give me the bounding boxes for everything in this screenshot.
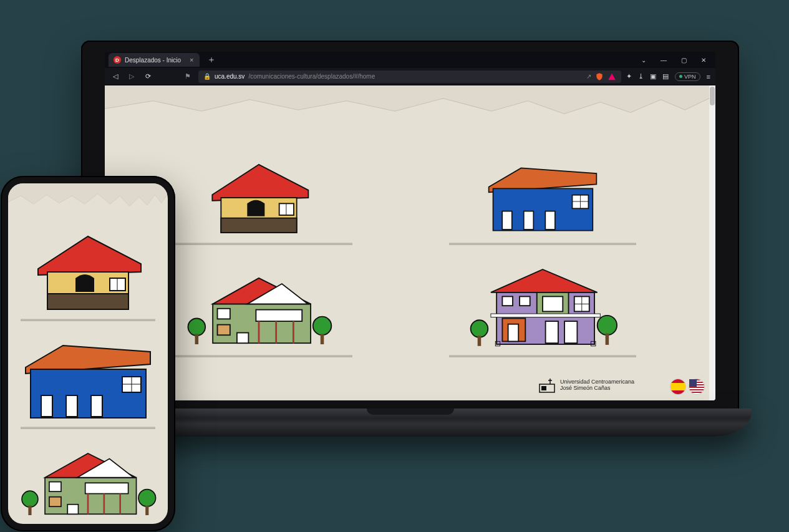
browser-tab-active[interactable]: D Desplazados - Inicio × (109, 53, 200, 67)
house-blue[interactable] (426, 142, 660, 241)
scrollbar-thumb[interactable] (710, 87, 715, 105)
window-close-button[interactable]: ✕ (694, 54, 713, 65)
divider (165, 355, 352, 357)
window-controls: ⌄ — ▢ ✕ (634, 54, 715, 65)
lock-icon: 🔒 (203, 73, 211, 80)
divider (21, 319, 155, 321)
house-purple[interactable] (426, 254, 660, 354)
language-switcher (670, 379, 704, 394)
university-logo[interactable]: Universidad Centroamericana José Simeón … (539, 377, 634, 393)
window-minimize-button[interactable]: — (654, 54, 673, 65)
browser-tabbar: D Desplazados - Inicio × ＋ ⌄ — ▢ ✕ (105, 52, 715, 68)
torn-paper-header (105, 85, 709, 124)
page-viewport: Universidad Centroamericana José Simeón … (105, 85, 715, 400)
tab-title: Desplazados - Inicio (125, 57, 181, 64)
torn-paper-header (8, 183, 168, 215)
laptop-hinge-notch (367, 409, 454, 415)
laptop-bezel: D Desplazados - Inicio × ＋ ⌄ — ▢ ✕ ◁ (81, 41, 739, 412)
house-yellow[interactable] (18, 221, 158, 319)
house-list (18, 221, 158, 524)
browser-window: D Desplazados - Inicio × ＋ ⌄ — ▢ ✕ ◁ (105, 52, 715, 400)
window-maximize-button[interactable]: ▢ (674, 54, 693, 65)
app-menu-icon[interactable]: ≡ (707, 73, 710, 80)
divider (21, 427, 155, 429)
url-domain: uca.edu.sv (215, 73, 244, 80)
house-yellow[interactable] (142, 142, 376, 241)
divider (449, 355, 636, 357)
house-green[interactable] (142, 254, 376, 354)
tab-close-icon[interactable]: × (190, 56, 193, 64)
nav-reload-button[interactable]: ⟳ (142, 72, 153, 80)
vpn-button[interactable]: VPN (675, 72, 700, 81)
house-grid (142, 142, 659, 354)
address-bar[interactable]: 🔒 uca.edu.sv/comunicaciones-cultura/desp… (198, 70, 621, 83)
extensions-icon[interactable]: ✦ (626, 72, 632, 80)
browser-toolbar: ◁ ▷ ⟳ ⚑ 🔒 uca.edu.sv/comunicaciones-cult… (105, 68, 715, 85)
nav-forward-button[interactable]: ▷ (126, 72, 137, 80)
tab-favicon: D (114, 56, 121, 64)
new-tab-button[interactable]: ＋ (203, 54, 220, 65)
downloads-icon[interactable]: ⤓ (638, 72, 644, 80)
sidepanel-icon[interactable]: ▣ (650, 72, 656, 80)
url-path: /comunicaciones-cultura/desplazados/#/ho… (248, 73, 375, 80)
lang-es-flag-icon[interactable] (670, 379, 685, 394)
laptop-screen: D Desplazados - Inicio × ＋ ⌄ — ▢ ✕ ◁ (105, 52, 715, 400)
warning-icon[interactable] (607, 72, 616, 81)
bookmark-icon[interactable]: ⚑ (182, 72, 193, 80)
house-green[interactable] (18, 437, 158, 524)
share-icon[interactable]: ↗ (586, 73, 591, 80)
divider (449, 243, 636, 245)
scrollbar[interactable] (709, 85, 715, 400)
nav-back-button[interactable]: ◁ (110, 72, 121, 80)
brave-shield-icon[interactable] (595, 72, 604, 81)
divider (165, 243, 352, 245)
university-name: Universidad Centroamericana José Simeón … (560, 379, 634, 392)
lang-en-flag-icon[interactable] (689, 379, 704, 394)
phone-mockup (1, 176, 175, 531)
svg-rect-46 (541, 386, 546, 390)
house-blue[interactable] (18, 329, 158, 427)
extension-icons: ✦ ⤓ ▣ ▤ VPN ≡ (626, 72, 710, 81)
tabs-dropdown-icon[interactable]: ⌄ (634, 54, 653, 65)
uca-logo-icon (539, 377, 555, 393)
wallet-icon[interactable]: ▤ (662, 72, 669, 80)
phone-screen (8, 183, 168, 524)
